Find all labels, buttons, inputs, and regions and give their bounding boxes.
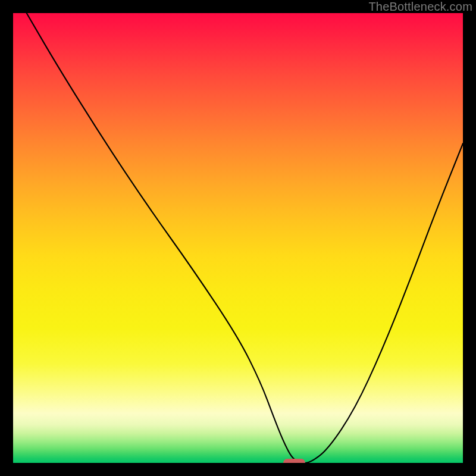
bottleneck-curve — [13, 13, 463, 463]
watermark-text: TheBottleneck.com — [368, 0, 472, 14]
minimum-marker — [283, 459, 306, 463]
chart-frame: TheBottleneck.com — [0, 0, 476, 476]
plot-area — [13, 13, 463, 463]
